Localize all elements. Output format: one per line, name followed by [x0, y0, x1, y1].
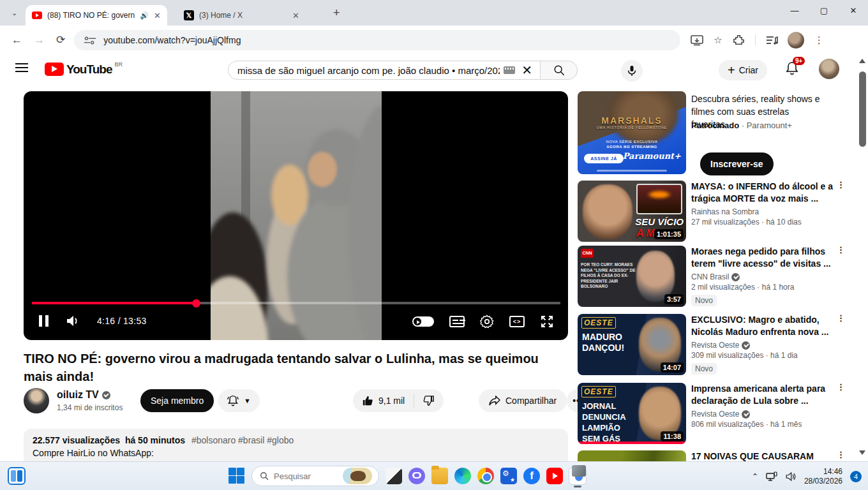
video-thumbnail[interactable]: CNN POR TEO CURY: MORAES NEGA "LIVRE ACE…: [578, 246, 686, 307]
browser-menu-icon[interactable]: ⋮: [814, 34, 824, 46]
forward-button[interactable]: →: [34, 34, 45, 47]
youtube-app-icon[interactable]: [546, 468, 563, 484]
miniplayer-button[interactable]: <>: [509, 316, 525, 327]
browser-profile-avatar[interactable]: [788, 32, 804, 48]
dislike-button[interactable]: [414, 389, 444, 412]
taskbar-search-input[interactable]: [274, 471, 338, 481]
scrollbar-down-arrow[interactable]: [859, 450, 865, 455]
volume-icon[interactable]: [785, 471, 797, 482]
notifications-button[interactable]: 9+: [785, 61, 799, 76]
guide-menu-icon[interactable]: [15, 63, 28, 72]
subtitles-button[interactable]: [449, 316, 465, 327]
notification-count-badge[interactable]: 4: [850, 471, 862, 482]
clock[interactable]: 14:46 28/03/2026: [804, 467, 842, 486]
scrollbar-up-arrow[interactable]: [859, 59, 865, 63]
site-info-icon[interactable]: [83, 35, 97, 45]
channel-name[interactable]: Revista Oeste: [691, 410, 739, 419]
channel-name[interactable]: Rainhas na Sombra: [691, 207, 759, 216]
facebook-icon[interactable]: f: [523, 468, 540, 484]
media-controls-icon[interactable]: [766, 35, 779, 45]
video-menu-icon[interactable]: ⋮: [837, 316, 841, 320]
account-avatar[interactable]: [819, 59, 839, 79]
start-button[interactable]: [228, 468, 245, 484]
video-thumbnail[interactable]: OESTE JORNAL DENUNCIA LAMPIÃO SEM GÁS 11…: [578, 383, 686, 444]
time-display: 4:16 / 13:53: [97, 316, 147, 326]
bookmark-star-icon[interactable]: ☆: [714, 34, 722, 46]
search-input[interactable]: [237, 65, 500, 76]
tab-youtube[interactable]: (88) TIRO NO PÉ: governo v 🔊 ✕: [26, 5, 167, 26]
clear-search-icon[interactable]: ✕: [519, 63, 535, 78]
close-button[interactable]: ✕: [839, 0, 868, 23]
scrollbar-thumb[interactable]: [859, 71, 866, 147]
suggested-video[interactable]: SEU VÍCIO A M 1:01:35 MAYSA: o INFERNO d…: [578, 181, 858, 242]
tray-chevron-icon[interactable]: ⌃: [752, 472, 758, 481]
back-button[interactable]: ←: [11, 34, 22, 47]
hashtags[interactable]: #bolsonaro #brasil #globo: [191, 435, 294, 445]
like-button[interactable]: 9,1 mil: [353, 389, 414, 412]
video-player[interactable]: 4:16 / 13:53 <>: [24, 91, 568, 340]
pause-button[interactable]: [39, 315, 49, 327]
video-menu-icon[interactable]: ⋮: [837, 183, 841, 186]
video-menu-icon[interactable]: ⋮: [837, 385, 841, 389]
video-menu-icon[interactable]: ⋮: [837, 248, 841, 251]
video-thumbnail[interactable]: SEU VÍCIO A M 1:01:35: [578, 181, 686, 242]
new-tab-button[interactable]: +: [333, 6, 340, 20]
keyboard-icon[interactable]: [504, 66, 515, 74]
chrome-active-icon[interactable]: [569, 468, 586, 484]
ad-cta-chip[interactable]: ASSINE JÁ: [584, 154, 624, 163]
progress-bar[interactable]: [32, 302, 560, 304]
edge-icon[interactable]: [454, 468, 471, 484]
join-membership-button[interactable]: Seja membro: [140, 389, 214, 412]
video-thumbnail[interactable]: OESTE MADURO DANÇOU! 14:07: [578, 314, 686, 375]
video-title[interactable]: EXCLUSIVO: Magro e abatido, Nicolás Madu…: [691, 314, 838, 338]
network-icon[interactable]: [766, 471, 777, 482]
address-bar[interactable]: youtube.com/watch?v=jouAjjQlfmg: [74, 30, 680, 50]
voice-search-button[interactable]: [621, 60, 643, 82]
playhead[interactable]: [192, 299, 200, 308]
settings-gear-icon[interactable]: [480, 315, 494, 329]
create-button[interactable]: + Criar: [719, 60, 767, 80]
video-title[interactable]: Imprensa americana alerta para declaraçã…: [691, 383, 838, 407]
share-button[interactable]: Compartilhar: [479, 389, 567, 412]
subscribed-bell-button[interactable]: ▼: [218, 389, 260, 412]
taskbar-search[interactable]: [251, 466, 379, 486]
channel-name-row[interactable]: oiluiz TV: [57, 389, 110, 401]
file-explorer-icon[interactable]: [431, 468, 448, 484]
taskbar-app-icon[interactable]: [385, 468, 402, 484]
tab-audio-icon[interactable]: 🔊: [140, 11, 149, 20]
taskbar-pinned-app-icon[interactable]: [8, 467, 26, 485]
chrome-icon[interactable]: [477, 468, 494, 484]
search-button[interactable]: [541, 61, 578, 80]
autoplay-toggle[interactable]: [412, 316, 434, 327]
video-title[interactable]: Moraes nega pedido para filhos terem "li…: [691, 246, 838, 270]
channel-name[interactable]: Revista Oeste: [691, 341, 739, 350]
ad-card[interactable]: MARSHALS UMA HISTÓRIA DE YELLOWSTONE NOV…: [578, 91, 858, 175]
minimize-button[interactable]: —: [780, 0, 809, 23]
tab-x[interactable]: 𝕏 (3) Home / X ✕: [177, 5, 321, 26]
chat-app-icon[interactable]: [408, 468, 425, 484]
maximize-button[interactable]: ▢: [809, 0, 839, 23]
channel-avatar[interactable]: [24, 388, 49, 413]
suggested-video[interactable]: OESTE MADURO DANÇOU! 14:07 EXCLUSIVO: Ma…: [578, 314, 858, 390]
search-highlight-image[interactable]: [343, 468, 372, 484]
video-menu-icon[interactable]: ⋮: [837, 453, 841, 456]
fullscreen-button[interactable]: [540, 315, 554, 329]
volume-icon[interactable]: [65, 315, 80, 327]
extensions-icon[interactable]: [733, 34, 745, 46]
channel-name[interactable]: CNN Brasil: [691, 272, 729, 281]
cast-save-icon[interactable]: [691, 34, 703, 46]
youtube-logo[interactable]: YouTube BR: [45, 63, 123, 77]
tab-search-chevron-icon[interactable]: ⌄: [11, 9, 17, 17]
tab-close-icon[interactable]: ✕: [154, 11, 161, 20]
ad-subscribe-button[interactable]: Inscrever-se: [700, 152, 774, 175]
video-title[interactable]: MAYSA: o INFERNO do álcool e a trágica M…: [691, 181, 838, 205]
tab-close-icon[interactable]: ✕: [292, 11, 299, 20]
reload-button[interactable]: ⟳: [56, 33, 65, 47]
ad-thumbnail[interactable]: MARSHALS UMA HISTÓRIA DE YELLOWSTONE NOV…: [578, 91, 686, 174]
tools-app-icon[interactable]: [500, 468, 517, 484]
search-box[interactable]: ✕: [228, 61, 541, 80]
suggested-video[interactable]: CNN POR TEO CURY: MORAES NEGA "LIVRE ACE…: [578, 246, 858, 322]
suggested-video[interactable]: OESTE JORNAL DENUNCIA LAMPIÃO SEM GÁS 11…: [578, 383, 858, 447]
description-box[interactable]: 22.577 visualizações há 50 minutos #bols…: [24, 429, 568, 461]
video-thumbnail[interactable]: [578, 450, 686, 462]
